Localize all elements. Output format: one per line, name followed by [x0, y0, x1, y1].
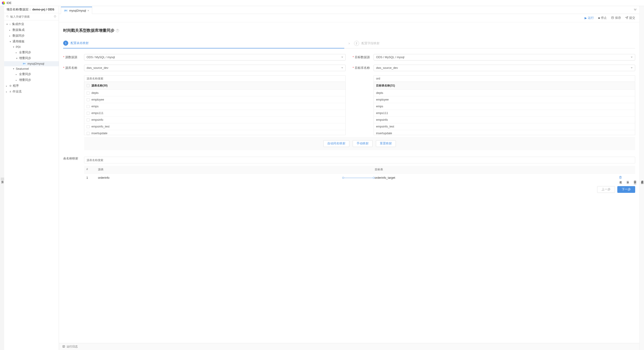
right-tab-metrics[interactable]: 指标日志: [633, 177, 637, 181]
mapping-row: 1 orderinfo orderinfo_target: [84, 174, 635, 182]
tree-label: 增量同步: [19, 78, 31, 82]
tree-folder[interactable]: ▸增量同步: [4, 77, 59, 83]
right-tab-draft[interactable]: 草稿: [619, 178, 622, 180]
close-icon[interactable]: ×: [88, 9, 90, 12]
steps: 1配置表名映射 › 2配置字段映射: [63, 38, 635, 48]
connector-line: [342, 177, 375, 178]
target-tables-panel: 目标表名称(31) deptsemployeeempsemps111empsin…: [353, 75, 635, 135]
source-ds-select[interactable]: ODS / MySQL / mysql: [84, 54, 346, 60]
flow-icon: ⋔: [9, 90, 12, 93]
source-table-item[interactable]: emps111: [84, 110, 346, 116]
source-table-item[interactable]: employee: [84, 96, 346, 103]
target-table-item[interactable]: empsinfo_test: [374, 123, 635, 130]
tree-folder[interactable]: ▼⑂集成作业: [4, 21, 59, 27]
stop-button[interactable]: ■停止: [598, 16, 607, 20]
step-1[interactable]: 1配置表名映射: [63, 38, 344, 48]
caret-icon: ▼: [16, 57, 18, 60]
log-icon: [62, 345, 65, 349]
sidebar-search-input[interactable]: [6, 14, 57, 19]
mapping-tgt: orderinfo_target: [375, 176, 619, 179]
save-button[interactable]: 保存: [611, 16, 621, 20]
sidebar: 项目名称/数据层： demo-prj / ODS ▼⑂集成作业▸数据集成▸数据同…: [4, 6, 59, 350]
file-tab[interactable]: P= mysql2mysql ×: [61, 7, 92, 14]
target-table-item[interactable]: empsinfo: [374, 116, 635, 123]
tree-folder[interactable]: ▸数据集成: [4, 27, 59, 33]
checkbox[interactable]: [86, 98, 90, 101]
checkbox[interactable]: [86, 132, 90, 135]
tree-folder[interactable]: ▸⚙程序: [4, 83, 59, 89]
prev-button[interactable]: 上一步: [597, 186, 615, 193]
target-table-item[interactable]: employee: [374, 96, 635, 103]
tabs-bar: P= mysql2mysql ×: [59, 6, 639, 14]
target-table-item[interactable]: depts: [374, 89, 635, 96]
branch-icon: ⑂: [9, 23, 11, 26]
caret-icon: ▼: [6, 23, 9, 25]
tree-folder[interactable]: ▸数据同步: [4, 33, 59, 39]
checkbox[interactable]: [86, 112, 90, 115]
tree-file[interactable]: P=mysql2mysql: [4, 61, 59, 66]
left-tab-resource[interactable]: 资源: [1, 177, 4, 180]
svg-line-1: [8, 17, 8, 17]
target-table-item[interactable]: insertupdate: [374, 130, 635, 135]
bottom-bar[interactable]: 运行日志: [59, 343, 639, 350]
target-db-select[interactable]: dws_source_dev: [374, 65, 635, 71]
source-table-item[interactable]: empsinfo_test: [84, 123, 346, 130]
reset-map-button[interactable]: 重置映射: [376, 140, 396, 147]
source-table-item[interactable]: depts: [84, 89, 346, 96]
caret-icon: ▸: [16, 79, 18, 81]
mapping-search[interactable]: [86, 159, 632, 162]
left-strip: 资源 数据源: [0, 6, 4, 350]
svg-rect-4: [612, 17, 614, 19]
tree-label: 数据集成: [12, 28, 24, 32]
file-tab-label: mysql2mysql: [69, 9, 86, 12]
source-table-item[interactable]: emps: [84, 103, 346, 110]
help-icon[interactable]: ?: [116, 29, 119, 32]
sidebar-header: 项目名称/数据层： demo-prj / ODS: [4, 6, 59, 13]
step-2[interactable]: 2配置字段映射: [354, 38, 635, 48]
locate-icon[interactable]: [54, 15, 56, 18]
auto-map-button[interactable]: 自动同名映射: [324, 140, 350, 147]
sidebar-header-label: 项目名称/数据层：: [6, 8, 32, 11]
tree-label: 程序: [13, 84, 19, 88]
app-logo-icon: [2, 1, 5, 5]
target-table-item[interactable]: emps: [374, 103, 635, 110]
tree-label: mysql2mysql: [28, 62, 44, 65]
tree-folder[interactable]: ▸全量同步: [4, 50, 59, 55]
checkbox[interactable]: [86, 105, 90, 108]
search-icon: [6, 15, 9, 18]
tree-folder[interactable]: ▼通用模板: [4, 39, 59, 44]
content: P= mysql2mysql × ▶运行 ■停止 保存 提交 时间戳关系型数据库…: [59, 6, 639, 350]
target-table-item[interactable]: emps111: [374, 110, 635, 116]
row-source-db: *源库名称 dws_source_dev: [63, 65, 346, 71]
tree-label: 集成作业: [12, 22, 24, 26]
submit-button[interactable]: 提交: [625, 16, 635, 20]
tree-folder[interactable]: ▼Seatunnel: [4, 66, 59, 71]
run-button[interactable]: ▶运行: [584, 16, 594, 20]
checkbox[interactable]: [86, 125, 90, 128]
checkbox[interactable]: [86, 92, 90, 95]
checkbox[interactable]: [86, 118, 90, 122]
collapse-icon[interactable]: [633, 8, 637, 11]
caret-icon: ▸: [6, 91, 9, 93]
row-source-ds: *源数据源 ODS / MySQL / mysql: [63, 54, 346, 60]
manual-map-button[interactable]: 手动映射: [353, 140, 372, 147]
right-tab-version[interactable]: 版本: [626, 178, 630, 180]
right-tab-config[interactable]: 通用配置: [640, 177, 644, 181]
source-db-select[interactable]: dws_source_dev: [84, 65, 346, 71]
bottom-log-label: 运行日志: [67, 345, 78, 349]
tree-folder[interactable]: ▼增量同步: [4, 55, 59, 61]
source-table-item[interactable]: empsinfo: [84, 116, 346, 123]
tree-folder[interactable]: ▸全量同步: [4, 71, 59, 77]
caret-icon: ▸: [16, 51, 18, 54]
gear-icon: ⚙: [9, 84, 12, 87]
tree-folder[interactable]: ▼PDI: [4, 44, 59, 50]
source-table-search[interactable]: [86, 77, 343, 80]
tree-label: 数据同步: [12, 34, 24, 38]
tree-folder[interactable]: ▸⋔作业流: [4, 89, 59, 95]
target-ds-select[interactable]: ODS / MySQL / mysql: [374, 54, 635, 60]
source-table-item[interactable]: insertupdate: [84, 130, 346, 135]
target-table-search[interactable]: [376, 77, 632, 80]
select-all-checkbox[interactable]: [86, 84, 90, 87]
mapping-buttons: 自动同名映射 手动映射 重置映射: [84, 137, 635, 150]
next-button[interactable]: 下一步: [617, 186, 635, 193]
